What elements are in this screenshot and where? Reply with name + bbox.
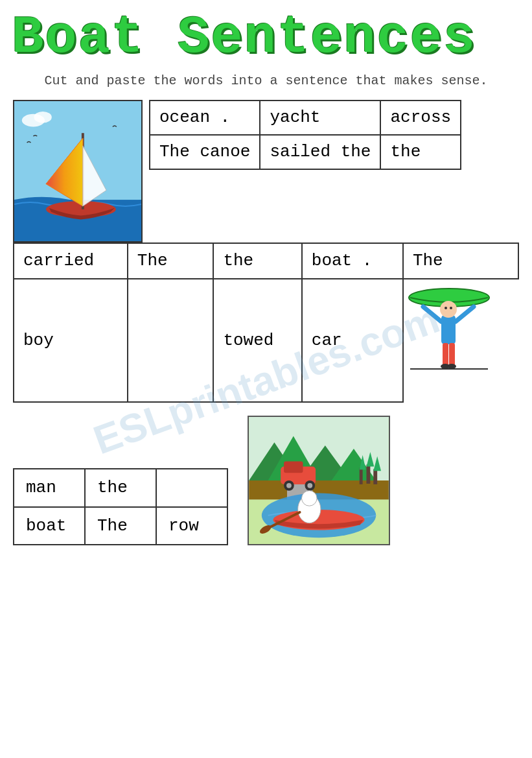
word-cell: boy xyxy=(14,279,128,403)
word-cell: The canoe xyxy=(150,135,260,169)
svg-line-15 xyxy=(423,307,441,322)
svg-rect-10 xyxy=(441,315,456,344)
word-cell: sailed the xyxy=(260,135,380,169)
word-cell xyxy=(128,279,214,403)
word-cell: across xyxy=(380,101,461,135)
word-cell: The xyxy=(85,507,156,545)
canoe-carrier-image xyxy=(404,279,494,396)
word-cell: ocean . xyxy=(150,101,260,135)
word-cell: the xyxy=(85,469,156,507)
svg-point-19 xyxy=(450,307,452,309)
word-cell: yacht xyxy=(260,101,380,135)
table-row: man the xyxy=(14,469,227,507)
word-cell: The xyxy=(128,243,214,279)
svg-point-33 xyxy=(307,483,312,488)
section-3: man the boat The row xyxy=(13,416,519,545)
page-title: Boat Sentences xyxy=(0,0,532,65)
svg-point-2 xyxy=(34,112,51,123)
word-cell: towed xyxy=(213,279,301,403)
svg-rect-11 xyxy=(443,343,448,366)
rowing-image xyxy=(248,416,390,545)
section-1: ocean . yacht across The canoe sailed th… xyxy=(13,100,519,243)
svg-point-14 xyxy=(447,364,456,369)
word-cell: the xyxy=(213,243,301,279)
section-2: carried The the boat . The boy towed car xyxy=(13,243,519,403)
svg-point-31 xyxy=(286,483,292,488)
svg-line-16 xyxy=(456,307,474,322)
word-cell xyxy=(403,279,518,403)
svg-point-37 xyxy=(302,491,318,506)
svg-point-17 xyxy=(440,301,457,318)
word-cell: The xyxy=(403,243,518,279)
svg-point-18 xyxy=(445,307,447,309)
svg-rect-40 xyxy=(367,465,371,484)
word-cell: row xyxy=(156,507,227,545)
subtitle: Cut and paste the words into a sentence … xyxy=(0,65,532,93)
table-row: boy towed car xyxy=(14,279,518,403)
word-cell: boat . xyxy=(302,243,403,279)
top-word-grid: ocean . yacht across The canoe sailed th… xyxy=(149,100,461,170)
svg-rect-44 xyxy=(360,468,363,484)
word-cell: the xyxy=(380,135,461,169)
middle-word-grid: carried The the boat . The boy towed car xyxy=(13,243,519,403)
svg-rect-12 xyxy=(449,343,455,366)
bottom-word-grid: man the boat The row xyxy=(13,468,228,545)
table-row: ocean . yacht across xyxy=(150,101,461,135)
word-cell: boat xyxy=(14,507,85,545)
word-cell: man xyxy=(14,469,85,507)
table-row: The canoe sailed the the xyxy=(150,135,461,169)
word-cell: carried xyxy=(14,243,128,279)
table-row: carried The the boat . The xyxy=(14,243,518,279)
svg-rect-29 xyxy=(284,462,303,473)
word-cell xyxy=(156,469,227,507)
table-row: boat The row xyxy=(14,507,227,545)
word-cell: car xyxy=(302,279,403,403)
sailboat-image xyxy=(13,100,143,243)
svg-rect-42 xyxy=(373,469,377,484)
